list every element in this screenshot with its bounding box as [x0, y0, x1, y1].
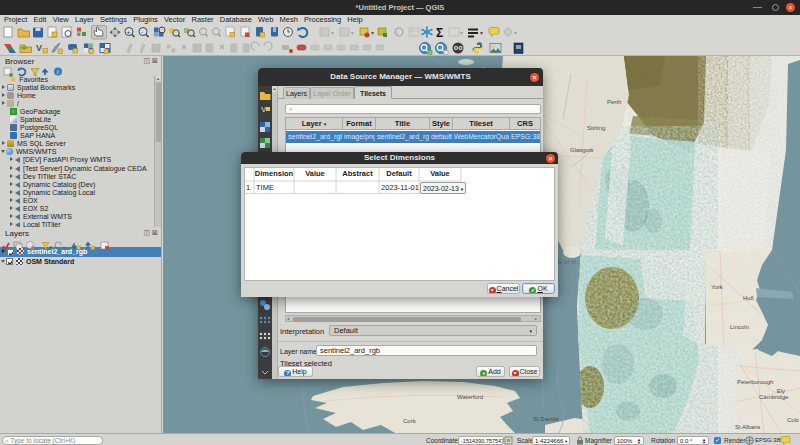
svg-text:▾: ▾ [331, 30, 334, 36]
svg-text:Σ: Σ [436, 26, 443, 40]
svg-text:Colc: Colc [787, 417, 799, 423]
svg-text:Waterford: Waterford [457, 394, 483, 400]
svg-text:-: - [141, 29, 143, 35]
svg-text:▾: ▾ [514, 30, 517, 36]
svg-text:▾: ▾ [480, 30, 483, 36]
svg-text:i: i [397, 30, 398, 36]
svg-text:+: + [127, 29, 131, 35]
svg-text:Hull: Hull [743, 295, 753, 301]
svg-text:i: i [57, 68, 59, 75]
svg-text:Glasgow: Glasgow [570, 147, 594, 153]
svg-text:York: York [711, 284, 724, 290]
svg-text:Lincoln: Lincoln [730, 324, 749, 330]
svg-text:St Davids: St Davids [533, 416, 559, 422]
svg-text:▾: ▾ [371, 30, 374, 36]
svg-text:St Albans: St Albans [735, 424, 760, 430]
svg-text:Cork: Cork [403, 418, 417, 424]
svg-text:▾: ▾ [460, 30, 463, 36]
svg-text:Cambridge: Cambridge [759, 394, 789, 400]
svg-text:V: V [36, 43, 42, 53]
svg-text:Stirling: Stirling [587, 125, 605, 131]
svg-text:▾: ▾ [351, 30, 354, 36]
svg-text:Perth: Perth [607, 99, 621, 105]
svg-text:Peterborough: Peterborough [737, 379, 773, 385]
